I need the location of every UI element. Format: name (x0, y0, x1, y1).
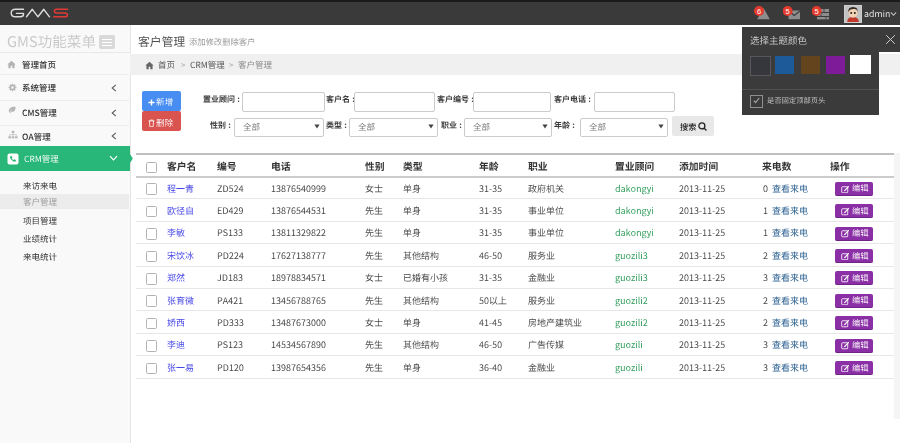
svg-text:5: 5 (815, 7, 819, 16)
svg-text:5: 5 (786, 7, 790, 16)
svg-text:6: 6 (757, 7, 761, 16)
